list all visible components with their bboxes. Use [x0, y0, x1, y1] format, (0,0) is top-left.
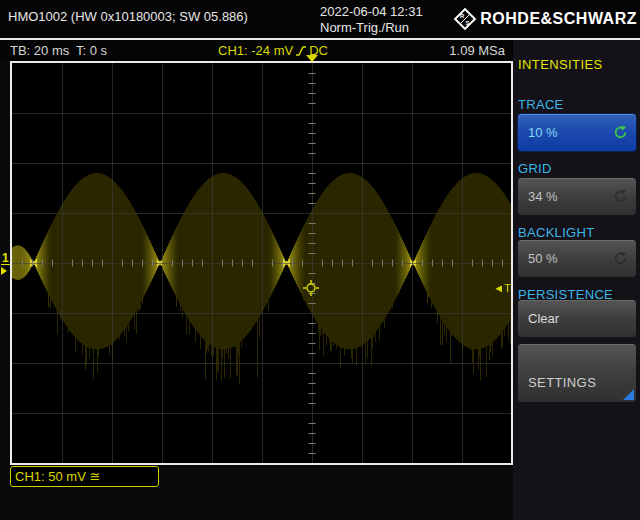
brand-name: ROHDE&SCHWARZ: [480, 10, 637, 28]
grid-label: GRID: [518, 161, 552, 176]
datetime: 2022-06-04 12:31: [320, 4, 423, 20]
rs-diamond-icon: R S: [453, 7, 477, 31]
grid-intensity-button[interactable]: 34 %: [517, 177, 637, 216]
backlight-label: BACKLIGHT: [518, 225, 594, 240]
trigger-time-readout: T: 0 s: [76, 43, 107, 58]
header-bar: HMO1002 (HW 0x10180003; SW 05.886) 2022-…: [0, 0, 640, 38]
trace-label: TRACE: [518, 97, 564, 112]
backlight-intensity-button[interactable]: 50 %: [517, 239, 637, 278]
brand-logo: R S ROHDE&SCHWARZ: [453, 7, 637, 31]
timebase-readout: TB: 20 ms: [10, 43, 69, 58]
rotary-knob-icon: [613, 189, 628, 204]
rotary-knob-icon: [613, 125, 628, 140]
persistence-clear-button[interactable]: Clear: [517, 299, 637, 338]
rotary-knob-icon: [613, 251, 628, 266]
channel-1-label: CH1: 50 mV ≅: [10, 466, 159, 487]
trigger-position-marker-icon[interactable]: [306, 55, 318, 62]
svg-text:R: R: [460, 13, 465, 19]
waveform-canvas: [12, 63, 511, 463]
submenu-corner-icon: [623, 389, 634, 400]
device-info: HMO1002 (HW 0x10180003; SW 05.886): [8, 9, 248, 24]
oscilloscope-screen: { "header": { "device_info": "HMO1002 (H…: [0, 0, 640, 520]
scope-display: ◄T-: [10, 61, 513, 465]
channel-1-level-marker[interactable]: 1: [1, 248, 10, 275]
sample-rate-readout: 1.09 MSa: [449, 43, 505, 58]
datetime-status: 2022-06-04 12:31 Norm-Trig./Run: [320, 4, 423, 36]
trigger-level-marker[interactable]: ◄T-: [493, 282, 513, 294]
soft-menu-panel: INTENSITIES TRACE 10 % GRID 34 % BACKLIG…: [513, 40, 640, 520]
crosshair-marker-icon[interactable]: [303, 280, 319, 296]
trace-intensity-button[interactable]: 10 %: [517, 113, 637, 152]
right-arrow-icon: [1, 267, 7, 275]
svg-text:S: S: [466, 20, 470, 26]
trigger-status: Norm-Trig./Run: [320, 20, 423, 36]
status-bar: TB: 20 ms T: 0 s CH1: -24 mV DC 1.09 MSa: [0, 40, 513, 61]
settings-button[interactable]: SETTINGS: [517, 343, 637, 403]
menu-title: INTENSITIES: [518, 57, 603, 72]
